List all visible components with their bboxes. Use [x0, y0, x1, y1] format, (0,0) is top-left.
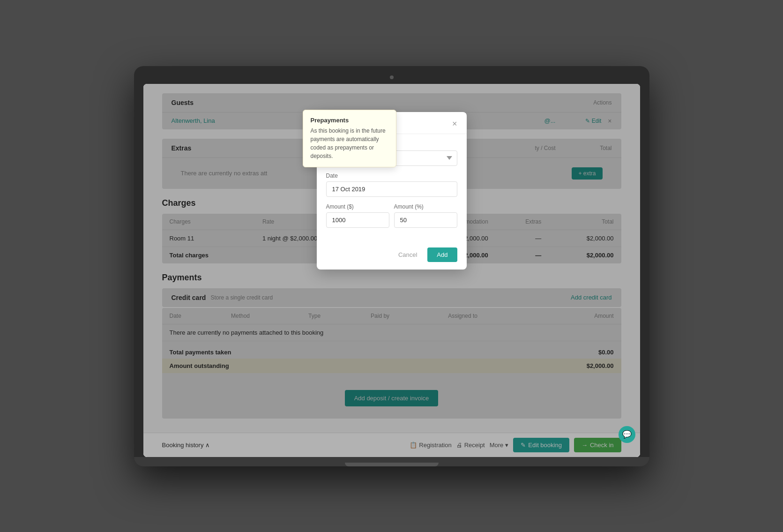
modal-footer: Cancel Add [317, 242, 467, 270]
chat-icon: 💬 [622, 430, 632, 439]
amount-percent-label: Amount (%) [394, 203, 457, 210]
amount-dollars-label: Amount ($) [326, 203, 389, 210]
date-label: Date [326, 172, 457, 179]
amount-percent-field: Amount (%) [394, 203, 457, 228]
chat-bubble-button[interactable]: 💬 [619, 426, 635, 443]
laptop-base [134, 457, 649, 466]
modal-overlay: Add a deposit × Method Visa/MasterCard C… [143, 84, 640, 457]
date-input[interactable] [326, 181, 457, 197]
tooltip-text: As this booking is in the future payment… [311, 127, 388, 160]
modal-close-button[interactable]: × [452, 120, 457, 128]
camera [390, 75, 394, 79]
cancel-button[interactable]: Cancel [393, 247, 423, 262]
amount-dollars-input[interactable] [326, 212, 389, 228]
amount-dollars-field: Amount ($) [326, 203, 389, 228]
add-button[interactable]: Add [427, 247, 457, 262]
amount-row: Amount ($) Amount (%) [326, 203, 457, 234]
amount-percent-input[interactable] [394, 212, 457, 228]
date-field: Date [326, 172, 457, 197]
prepayments-tooltip: Prepayments As this booking is in the fu… [303, 110, 396, 167]
tooltip-title: Prepayments [311, 117, 388, 124]
